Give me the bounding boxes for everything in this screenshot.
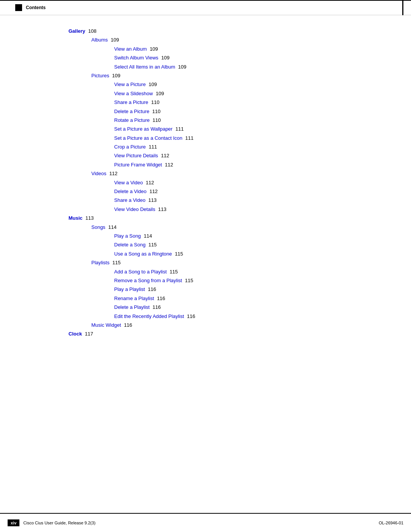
- toc-entry-set-as-wallpaper[interactable]: Set a Picture as Wallpaper 111: [114, 125, 396, 133]
- toc-label-delete-a-song: Delete a Song: [114, 240, 145, 249]
- toc-entry-share-a-picture[interactable]: Share a Picture 110: [114, 98, 396, 107]
- toc-entry-rename-playlist[interactable]: Rename a Playlist 116: [114, 294, 396, 303]
- toc-entry-remove-song-from-playlist[interactable]: Remove a Song from a Playlist 115: [114, 276, 396, 285]
- toc-page-view-a-picture: 109: [147, 80, 157, 89]
- toc-entry-delete-a-song[interactable]: Delete a Song 115: [114, 240, 396, 249]
- toc-label-music-widget: Music Widget: [91, 321, 121, 329]
- toc-label-gallery: Gallery: [68, 27, 85, 35]
- toc-label-songs: Songs: [91, 223, 105, 232]
- toc-entry-songs[interactable]: Songs 114: [91, 223, 396, 232]
- header-title: Contents: [26, 5, 46, 10]
- toc-entry-play-playlist[interactable]: Play a Playlist 116: [114, 285, 396, 294]
- toc-label-picture-frame-widget: Picture Frame Widget: [114, 160, 162, 169]
- footer-left: xiv Cisco Cius User Guide, Release 9.2(3…: [8, 519, 96, 526]
- toc-page-set-as-contact-icon: 111: [184, 134, 193, 142]
- toc-entry-clock[interactable]: Clock 117: [68, 329, 396, 338]
- toc-page-view-an-album: 109: [148, 45, 158, 53]
- toc-page-delete-a-video: 112: [148, 187, 158, 196]
- toc-entry-add-song-to-playlist[interactable]: Add a Song to a Playlist 115: [114, 267, 396, 276]
- toc-entry-play-a-song[interactable]: Play a Song 114: [114, 232, 396, 240]
- toc-label-view-video-details: View Video Details: [114, 205, 155, 214]
- toc-entry-select-all-items[interactable]: Select All Items in an Album 109: [114, 62, 396, 71]
- right-border-mark: [402, 0, 403, 15]
- toc-page-edit-recently-added: 116: [186, 312, 195, 321]
- toc-label-edit-recently-added: Edit the Recently Added Playlist: [114, 312, 184, 321]
- toc-page-picture-frame-widget: 112: [164, 160, 173, 169]
- toc-entry-delete-playlist[interactable]: Delete a Playlist 116: [114, 303, 396, 312]
- header-black-square: [15, 4, 22, 11]
- toc-page-albums: 109: [109, 35, 119, 44]
- footer-page-number: xiv: [8, 519, 19, 526]
- toc-label-set-as-contact-icon: Set a Picture as a Contact Icon: [114, 134, 182, 142]
- toc-page-use-as-ringtone: 115: [174, 249, 183, 258]
- toc-entry-music[interactable]: Music 113: [68, 214, 396, 222]
- top-border: [0, 0, 411, 1]
- toc-page-add-song-to-playlist: 115: [168, 267, 178, 276]
- toc-label-videos: Videos: [91, 169, 107, 178]
- toc-label-view-a-picture: View a Picture: [114, 80, 146, 89]
- toc-label-set-as-wallpaper: Set a Picture as Wallpaper: [114, 125, 172, 133]
- footer-doc-number: OL-26946-01: [379, 521, 403, 525]
- toc-page-delete-playlist: 116: [151, 303, 161, 312]
- toc-page-music-widget: 116: [123, 321, 132, 329]
- toc-entry-pictures[interactable]: Pictures 109: [91, 71, 396, 80]
- toc-label-delete-a-picture: Delete a Picture: [114, 107, 150, 116]
- toc-entry-switch-album-views[interactable]: Switch Album Views 109: [114, 53, 396, 62]
- toc-entry-use-as-ringtone[interactable]: Use a Song as a Ringtone 115: [114, 249, 396, 258]
- toc-entry-gallery[interactable]: Gallery 108: [68, 27, 396, 35]
- toc-label-share-a-video: Share a Video: [114, 196, 145, 204]
- toc-entry-videos[interactable]: Videos 112: [91, 169, 396, 178]
- toc-page-remove-song-from-playlist: 115: [183, 276, 193, 285]
- toc-page-pictures: 109: [111, 71, 120, 80]
- toc-entry-view-a-video[interactable]: View a Video 112: [114, 178, 396, 187]
- toc-entry-view-a-slideshow[interactable]: View a Slideshow 109: [114, 89, 396, 98]
- toc-page-rotate-a-picture: 110: [151, 116, 161, 125]
- toc-label-use-as-ringtone: Use a Song as a Ringtone: [114, 249, 172, 258]
- toc-entry-view-picture-details[interactable]: View Picture Details 112: [114, 151, 396, 160]
- toc-label-rename-playlist: Rename a Playlist: [114, 294, 154, 303]
- toc-entry-picture-frame-widget[interactable]: Picture Frame Widget 112: [114, 160, 396, 169]
- toc-page-music: 113: [84, 214, 94, 222]
- toc-entry-view-an-album[interactable]: View an Album 109: [114, 45, 396, 53]
- toc-label-view-a-slideshow: View a Slideshow: [114, 89, 153, 98]
- toc-page-view-a-slideshow: 109: [155, 89, 164, 98]
- toc-entry-music-widget[interactable]: Music Widget 116: [91, 321, 396, 329]
- toc-entry-crop-a-picture[interactable]: Crop a Picture 111: [114, 142, 396, 151]
- toc-page-crop-a-picture: 111: [147, 142, 157, 151]
- toc-entry-delete-a-picture[interactable]: Delete a Picture 110: [114, 107, 396, 116]
- toc-entry-set-as-contact-icon[interactable]: Set a Picture as a Contact Icon 111: [114, 134, 396, 142]
- toc-entry-edit-recently-added[interactable]: Edit the Recently Added Playlist 116: [114, 312, 396, 321]
- page-header: Contents: [0, 0, 411, 15]
- toc-label-pictures: Pictures: [91, 71, 109, 80]
- toc-content: Gallery 108Albums 109View an Album 109Sw…: [0, 15, 411, 369]
- toc-entry-playlists[interactable]: Playlists 115: [91, 258, 396, 267]
- toc-entry-albums[interactable]: Albums 109: [91, 35, 396, 44]
- toc-page-switch-album-views: 109: [160, 53, 169, 62]
- toc-label-select-all-items: Select All Items in an Album: [114, 62, 175, 71]
- toc-label-crop-a-picture: Crop a Picture: [114, 142, 146, 151]
- toc-label-view-an-album: View an Album: [114, 45, 147, 53]
- toc-label-rotate-a-picture: Rotate a Picture: [114, 116, 150, 125]
- page-footer: xiv Cisco Cius User Guide, Release 9.2(3…: [0, 513, 411, 532]
- toc-page-view-a-video: 112: [144, 178, 154, 187]
- toc-label-clock: Clock: [68, 329, 82, 338]
- toc-entry-delete-a-video[interactable]: Delete a Video 112: [114, 187, 396, 196]
- toc-label-delete-a-video: Delete a Video: [114, 187, 147, 196]
- toc-page-rename-playlist: 116: [156, 294, 165, 303]
- toc-label-music: Music: [68, 214, 83, 222]
- toc-entry-share-a-video[interactable]: Share a Video 113: [114, 196, 396, 204]
- toc-page-share-a-video: 113: [147, 196, 156, 204]
- toc-label-view-a-video: View a Video: [114, 178, 143, 187]
- toc-entry-view-a-picture[interactable]: View a Picture 109: [114, 80, 396, 89]
- toc-entry-rotate-a-picture[interactable]: Rotate a Picture 110: [114, 116, 396, 125]
- toc-label-view-picture-details: View Picture Details: [114, 151, 158, 160]
- toc-entry-view-video-details[interactable]: View Video Details 113: [114, 205, 396, 214]
- toc-page-playlists: 115: [111, 258, 121, 267]
- toc-page-play-playlist: 116: [147, 285, 156, 294]
- toc-page-songs: 114: [107, 223, 116, 232]
- toc-page-videos: 112: [108, 169, 118, 178]
- toc-list: Gallery 108Albums 109View an Album 109Sw…: [15, 27, 396, 339]
- toc-page-delete-a-song: 115: [147, 240, 156, 249]
- toc-page-clock: 117: [83, 329, 93, 338]
- toc-page-play-a-song: 114: [142, 232, 152, 240]
